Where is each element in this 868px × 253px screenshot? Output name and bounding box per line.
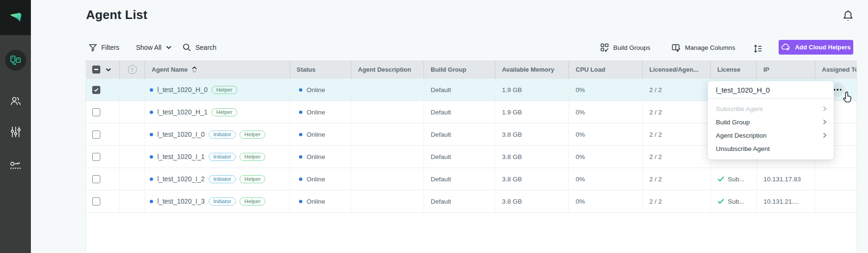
description-cell (351, 146, 424, 168)
row-checkbox[interactable] (92, 131, 100, 139)
menu-item-label: Build Group (716, 119, 750, 126)
build-group-cell: Default (424, 123, 495, 145)
select-all-checkbox[interactable] (92, 66, 100, 74)
row-checkbox[interactable] (92, 86, 100, 94)
sidebar-item-license[interactable] (0, 153, 31, 179)
app-logo[interactable] (0, 0, 31, 35)
sidebar-item-users[interactable] (0, 88, 31, 114)
table-row: l_test_1020_I_3 Initiator Helper Online … (86, 190, 857, 213)
row-checkbox[interactable] (92, 175, 100, 183)
column-header-build-group[interactable]: Build Group (424, 60, 495, 79)
column-label: Status (297, 66, 316, 73)
column-label: Build Group (431, 66, 466, 73)
column-label: License (717, 66, 740, 73)
assigned-to-cell (815, 190, 857, 212)
column-header-license[interactable]: License (710, 60, 756, 79)
select-cell (86, 79, 119, 101)
filters-button[interactable]: Filters (89, 41, 119, 54)
search-icon (183, 43, 191, 52)
info-cell (119, 168, 145, 190)
row-checkbox[interactable] (92, 108, 100, 116)
sort-carets-icon (192, 66, 197, 73)
status-cell: Online (289, 123, 351, 145)
sort-order-button[interactable] (753, 42, 762, 55)
page-title: Agent List (86, 8, 147, 22)
column-header-agent-description[interactable]: Agent Description (351, 60, 424, 79)
search-label: Search (195, 44, 216, 51)
selection-menu-chevron[interactable] (106, 66, 111, 73)
build-group-cell: Default (424, 190, 495, 212)
agent-name: l_test_1020_H_1 (157, 108, 208, 116)
column-label: CPU Load (576, 66, 605, 73)
column-header-available-memory[interactable]: Available Memory (495, 60, 569, 79)
agent-dot-icon (150, 88, 153, 92)
manage-columns-button[interactable]: Manage Columns (672, 41, 735, 54)
row-checkbox[interactable] (92, 153, 100, 161)
description-cell (351, 190, 424, 212)
cpu-cell: 0% (569, 168, 642, 190)
status-cell: Online (289, 146, 351, 168)
build-groups-button[interactable]: Build Groups (600, 41, 650, 54)
license-text: Sub... (728, 198, 744, 205)
filter-icon (89, 44, 97, 52)
column-header-status[interactable]: Status (289, 60, 351, 79)
build-groups-label: Build Groups (613, 44, 650, 51)
column-header-ip[interactable]: IP (756, 60, 815, 79)
agent-name: l_test_1020_I_3 (157, 197, 205, 205)
status-text: Online (307, 109, 325, 116)
row-checkbox[interactable] (92, 197, 100, 206)
agent-name-cell: l_test_1020_I_0 Initiator Helper (145, 123, 289, 145)
description-cell (351, 123, 424, 145)
memory-cell: 3.8 GB (495, 190, 569, 212)
agent-context-menu: l_test_1020_H_0 Subscribe Agent Build Gr… (708, 81, 834, 159)
menu-item-label: Subscribe Agent (716, 105, 762, 112)
chevron-right-icon (823, 106, 827, 112)
online-dot-icon (299, 155, 302, 159)
column-header-assigned-to[interactable]: Assigned To (815, 60, 857, 79)
sidebar-item-agents[interactable] (0, 47, 31, 74)
helper-badge: Helper (212, 108, 237, 116)
info-cell (119, 123, 145, 145)
status-text: Online (307, 86, 325, 94)
initiator-badge: Initiator (209, 153, 236, 161)
description-cell (351, 79, 424, 101)
indeterminate-icon (94, 69, 98, 70)
sidebar-item-settings[interactable] (0, 119, 31, 145)
initiator-badge: Initiator (209, 131, 236, 139)
build-groups-icon (600, 43, 609, 52)
memory-cell: 1.9 GB (495, 79, 569, 101)
column-label: Licensed/Agen... (649, 66, 698, 73)
menu-item-build-group[interactable]: Build Group (708, 115, 834, 129)
agent-name-cell: l_test_1020_H_1 Helper (145, 101, 289, 123)
manage-columns-label: Manage Columns (685, 44, 735, 51)
helper-badge: Helper (240, 131, 265, 139)
status-text: Online (307, 176, 325, 183)
menu-item-label: Unsubscribe Agent (716, 145, 770, 152)
column-label: Agent Description (358, 66, 411, 73)
subscribed-check-icon (717, 176, 724, 182)
search-button[interactable]: Search (183, 41, 216, 54)
helper-badge: Helper (240, 153, 265, 161)
license-text: Sub... (728, 176, 744, 183)
manage-columns-icon (672, 44, 681, 52)
show-all-dropdown[interactable]: Show All (136, 41, 172, 54)
column-label: IP (763, 66, 769, 73)
menu-item-subscribe-agent[interactable]: Subscribe Agent (708, 102, 834, 115)
notifications-button[interactable] (840, 9, 856, 24)
filters-label: Filters (101, 44, 119, 51)
ip-cell: 10.131.21.... (756, 190, 815, 212)
build-group-cell: Default (424, 79, 495, 101)
online-dot-icon (299, 200, 302, 203)
show-all-label: Show All (136, 44, 162, 51)
column-header-cpu-load[interactable]: CPU Load (569, 60, 642, 79)
column-header-info[interactable]: ! (119, 60, 145, 79)
info-icon: ! (128, 65, 137, 74)
menu-item-agent-description[interactable]: Agent Description (708, 129, 834, 142)
select-cell (86, 123, 119, 145)
agent-dot-icon (150, 155, 153, 159)
agent-dot-icon (150, 133, 153, 136)
column-header-licensed[interactable]: Licensed/Agen... (642, 60, 710, 79)
add-cloud-helpers-button[interactable]: Add Cloud Helpers (779, 40, 853, 55)
column-header-agent-name[interactable]: Agent Name (145, 60, 289, 79)
menu-item-unsubscribe-agent[interactable]: Unsubscribe Agent (708, 142, 834, 155)
